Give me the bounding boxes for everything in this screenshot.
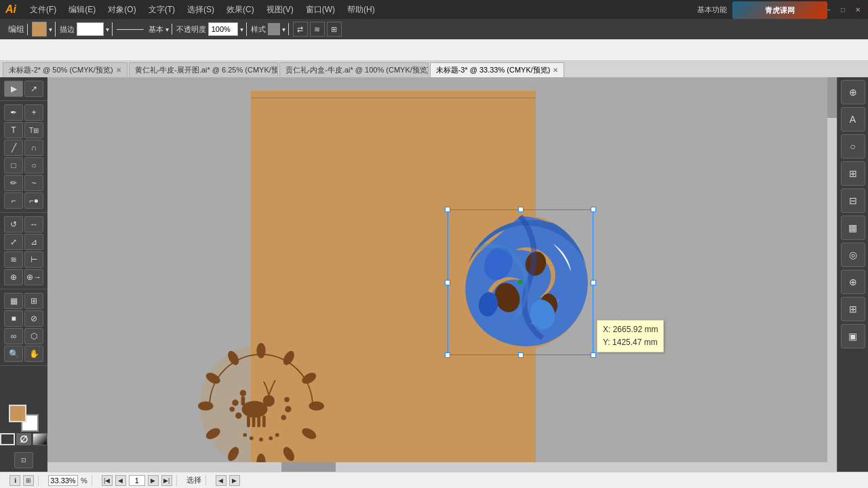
- page-last-btn[interactable]: ▶|: [161, 475, 172, 486]
- menu-window[interactable]: 窗口(W): [300, 3, 340, 17]
- style-dropdown[interactable]: ▾: [282, 26, 285, 33]
- direct-selection-tool[interactable]: ↗: [24, 81, 43, 97]
- menu-edit[interactable]: 编辑(E): [63, 3, 101, 17]
- zoom-tool[interactable]: 🔍: [4, 346, 23, 362]
- panel-icon-align[interactable]: ▦: [841, 216, 865, 240]
- scrollbar-horizontal[interactable]: [47, 462, 827, 472]
- pen-tool[interactable]: ✒: [4, 104, 23, 121]
- handle-mid-r[interactable]: [591, 280, 596, 285]
- page-prev-btn[interactable]: ◀: [115, 475, 126, 486]
- restore-button[interactable]: □: [838, 5, 848, 14]
- panel-icon-graphic-styles[interactable]: ▣: [841, 324, 865, 348]
- gradient-tool[interactable]: ■: [4, 310, 23, 327]
- scrollbar-horizontal-thumb[interactable]: [281, 462, 336, 472]
- menu-view[interactable]: 视图(V): [261, 3, 299, 17]
- style-swatch[interactable]: [268, 23, 280, 35]
- scale-tool[interactable]: ⤢: [4, 234, 23, 250]
- menu-help[interactable]: 帮助(H): [342, 3, 380, 17]
- handle-corner-bl[interactable]: [445, 352, 450, 358]
- hand-tool[interactable]: ✋: [24, 346, 43, 362]
- ellipse-tool[interactable]: ○: [24, 157, 43, 174]
- status-info-btn[interactable]: ℹ: [9, 475, 20, 486]
- tab-3[interactable]: 贡仁礼-内盒-牛皮.ai* @ 100% (CMYK/预览) ✕: [279, 62, 429, 77]
- fill-swatch[interactable]: [32, 22, 47, 37]
- document-tabs: 未标题-2* @ 50% (CMYK/预览) ✕ 黄仁礼-牛皮-展开图.ai* …: [0, 61, 868, 77]
- mesh-tool[interactable]: ⊞: [24, 293, 43, 309]
- status-arrow-left[interactable]: ◀: [216, 475, 226, 486]
- gradient-indicator[interactable]: [33, 433, 47, 445]
- page-input[interactable]: [129, 475, 145, 486]
- brush-tool[interactable]: ⌐: [4, 192, 23, 209]
- menu-object[interactable]: 对象(O): [102, 3, 141, 17]
- handle-corner-br[interactable]: [591, 352, 596, 358]
- tab-4[interactable]: 未标题-3* @ 33.33% (CMYK/预览) ✕: [430, 62, 565, 77]
- stroke-input[interactable]: [77, 22, 104, 36]
- blend-tool[interactable]: ∞: [4, 328, 23, 344]
- fg-color-swatch[interactable]: [9, 405, 26, 422]
- shear-tool[interactable]: ⊿: [24, 234, 43, 250]
- status-grid-btn[interactable]: ⊞: [23, 475, 34, 486]
- line-style-dropdown[interactable]: ▾: [165, 26, 169, 33]
- menu-select[interactable]: 选择(S): [182, 3, 220, 17]
- symbol-shift-tool[interactable]: ⊕→: [24, 269, 43, 285]
- type-tool[interactable]: T: [4, 122, 23, 138]
- panel-icon-swatches[interactable]: ◎: [841, 243, 865, 267]
- align-button[interactable]: ⊞: [327, 22, 342, 37]
- panel-icon-transform[interactable]: ⊞: [841, 161, 865, 186]
- eyedropper-tool[interactable]: ⊘: [24, 310, 43, 327]
- pencil-tool[interactable]: ✏: [4, 175, 23, 191]
- rotate-tool[interactable]: ↺: [4, 216, 23, 232]
- stroke-indicator[interactable]: [0, 433, 15, 445]
- close-button[interactable]: ✕: [853, 5, 863, 14]
- status-arrow-right[interactable]: ▶: [229, 475, 240, 486]
- smooth-tool[interactable]: ~: [24, 175, 43, 191]
- warp-button[interactable]: ≋: [310, 22, 325, 37]
- scrollbar-vertical-thumb[interactable]: [827, 77, 837, 118]
- width-tool[interactable]: ⊢: [24, 251, 43, 268]
- blue-swirl-object[interactable]: [448, 209, 593, 355]
- main-layout: ▶ ↗ ✒ + T T⊞ ╱ ∩ □ ○ ✏ ~: [0, 77, 868, 472]
- menu-effect[interactable]: 效果(C): [221, 3, 260, 17]
- tab-close-1[interactable]: ✕: [116, 66, 121, 74]
- panel-icon-brushes[interactable]: ⊕: [841, 270, 865, 294]
- tab-2[interactable]: 黄仁礼-牛皮-展开图.ai* @ 6.25% (CMYK/预览) ✕: [129, 62, 278, 77]
- symbol-tool[interactable]: ⊕: [4, 269, 23, 285]
- opacity-dropdown[interactable]: ▾: [240, 26, 243, 33]
- page-first-btn[interactable]: |◀: [102, 475, 113, 486]
- blob-brush-tool[interactable]: ⌐●: [24, 192, 43, 209]
- none-indicator[interactable]: ∅: [16, 433, 31, 445]
- tab-1[interactable]: 未标题-2* @ 50% (CMYK/预览) ✕: [3, 62, 127, 77]
- canvas-area[interactable]: X: 2665.92 mm Y: 1425.47 mm: [47, 77, 837, 472]
- live-paint-tool[interactable]: ⬡: [24, 328, 43, 344]
- panel-icon-symbols[interactable]: ⊞: [841, 297, 865, 321]
- panel-icon-appearance[interactable]: ○: [841, 134, 865, 159]
- stroke-dropdown-icon[interactable]: ▾: [106, 26, 109, 33]
- handle-corner-tr[interactable]: [591, 207, 596, 212]
- page-next-btn[interactable]: ▶: [148, 475, 159, 486]
- scrollbar-vertical[interactable]: [827, 77, 837, 472]
- handle-corner-tl[interactable]: [445, 207, 450, 212]
- area-type-tool[interactable]: T⊞: [24, 122, 43, 138]
- panel-icon-layers[interactable]: ⊕: [841, 80, 865, 104]
- menu-text[interactable]: 文字(T): [143, 3, 180, 17]
- emblem-object[interactable]: [197, 342, 326, 470]
- rect-tool[interactable]: □: [4, 157, 23, 174]
- opacity-input[interactable]: [208, 22, 238, 36]
- transform-button[interactable]: ⇄: [293, 22, 308, 37]
- handle-mid-t[interactable]: [518, 207, 524, 212]
- arc-tool[interactable]: ∩: [24, 140, 43, 156]
- reflect-tool[interactable]: ↔: [24, 216, 43, 232]
- column-graph-tool[interactable]: ▦: [4, 293, 23, 309]
- zoom-input[interactable]: [48, 475, 78, 486]
- tab-close-4[interactable]: ✕: [553, 66, 558, 74]
- warp-tool[interactable]: ≋: [4, 251, 23, 268]
- add-anchor-tool[interactable]: +: [24, 104, 43, 121]
- menu-file[interactable]: 文件(F): [24, 3, 62, 17]
- selection-tool[interactable]: ▶: [4, 81, 23, 97]
- panel-icon-type[interactable]: A: [841, 107, 865, 131]
- line-tool[interactable]: ╱: [4, 140, 23, 156]
- panel-icon-pathfinder[interactable]: ⊟: [841, 188, 865, 213]
- artboard-tool[interactable]: ⊡: [14, 452, 33, 468]
- handle-mid-l[interactable]: [445, 280, 450, 285]
- handle-mid-b[interactable]: [518, 352, 524, 358]
